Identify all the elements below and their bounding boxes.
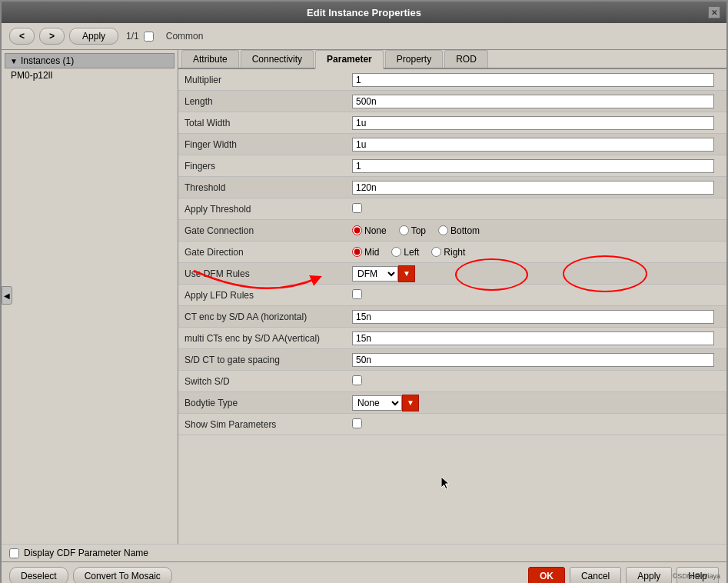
label-finger-width: Finger Width [178,136,347,153]
checkbox-apply-threshold[interactable] [352,203,362,213]
label-gate-connection: Gate Connection [178,222,347,239]
checkbox-show-sim[interactable] [352,418,362,428]
radio-input-bottom[interactable] [438,225,448,235]
tab-rod[interactable]: ROD [444,50,488,68]
row-total-width: Total Width [178,112,726,134]
radio-mid[interactable]: Mid [352,247,379,258]
radio-bottom[interactable]: Bottom [438,225,480,236]
radio-input-none[interactable] [352,225,362,235]
radio-label-none: None [364,225,387,236]
radio-label-mid: Mid [364,247,379,258]
value-multiplier [347,72,726,88]
dropdown-bodytie-wrapper: None ▼ [352,395,722,411]
bottom-bar: Deselect Convert To Mosaic OK Cancel App… [2,561,726,583]
radio-right[interactable]: Right [431,247,465,258]
common-checkbox[interactable] [144,32,154,42]
select-bodytie[interactable]: None [352,395,402,411]
row-apply-lfd: Apply LFD Rules [178,285,726,306]
input-fingers[interactable] [352,159,714,173]
sidebar: ▼ Instances (1) PM0-p12lI ◀ [2,50,178,544]
apply-button[interactable]: Apply [626,567,672,583]
input-finger-width[interactable] [352,138,714,152]
row-apply-threshold: Apply Threshold [178,198,726,220]
input-sd-ct-spacing[interactable] [352,353,714,367]
label-sd-ct-spacing: S/D CT to gate spacing [178,351,347,368]
sidebar-item-label: PM0-p12lI [11,70,53,81]
value-sd-ct-spacing [347,351,726,368]
display-cdf-label: Display CDF Parameter Name [24,548,148,558]
value-ct-enc-horiz [347,308,726,325]
row-dfm-rules: Use DFM Rules DFM ▼ [178,263,726,285]
radio-left[interactable]: Left [391,247,419,258]
apply-top-button[interactable]: Apply [69,28,118,45]
label-show-sim: Show Sim Parameters [178,416,347,433]
input-ct-enc-horiz[interactable] [352,310,714,324]
ok-button[interactable]: OK [528,567,565,583]
row-sd-ct-spacing: S/D CT to gate spacing [178,349,726,371]
value-show-sim [347,417,726,432]
checkbox-apply-lfd[interactable] [352,289,362,299]
prev-button[interactable]: < [9,28,35,45]
radio-label-right: Right [444,247,465,258]
tab-parameter[interactable]: Parameter [315,50,384,69]
select-dfm[interactable]: DFM [352,266,398,282]
label-apply-lfd: Apply LFD Rules [178,287,347,304]
display-cdf-bar: Display CDF Parameter Name [2,544,726,561]
label-total-width: Total Width [178,115,347,132]
row-bodytie-type: Bodytie Type None ▼ [178,392,726,414]
sidebar-header-label: Instances (1) [21,55,74,66]
input-threshold[interactable] [352,181,714,195]
row-show-sim: Show Sim Parameters [178,414,726,435]
value-finger-width [347,136,726,153]
value-threshold [347,179,726,196]
row-length: Length [178,91,726,112]
cancel-button[interactable]: Cancel [570,567,621,583]
radio-input-left[interactable] [391,247,401,257]
main-window: Edit Instance Properties ✕ < > Apply 1/1… [0,0,728,583]
sidebar-item-instance[interactable]: PM0-p12lI [5,68,175,82]
radio-label-left: Left [404,247,419,258]
input-ct-enc-vert[interactable] [352,331,714,345]
form-area: Multiplier Length Total Width [178,69,726,544]
radio-gate-direction: Mid Left Right [347,244,726,261]
dropdown-bodytie-arrow[interactable]: ▼ [402,395,419,411]
tab-attribute[interactable]: Attribute [181,50,239,68]
input-total-width[interactable] [352,116,714,130]
convert-button[interactable]: Convert To Mosaic [73,567,172,583]
expand-icon: ▼ [10,57,18,65]
close-button[interactable]: ✕ [708,6,720,18]
radio-input-right[interactable] [431,247,441,257]
checkbox-switch-sd[interactable] [352,375,362,385]
label-ct-enc-horiz: CT enc by S/D AA (horizontal) [178,308,347,325]
label-fingers: Fingers [178,158,347,175]
main-content: ▼ Instances (1) PM0-p12lI ◀ Attribute Co… [2,50,726,544]
sidebar-header: ▼ Instances (1) [5,53,175,68]
dropdown-dfm-arrow[interactable]: ▼ [398,265,415,282]
deselect-button[interactable]: Deselect [9,567,68,583]
tab-property[interactable]: Property [385,50,443,68]
title-bar: Edit Instance Properties ✕ [2,2,726,23]
next-button[interactable]: > [39,28,65,45]
row-ct-enc-vert: multi CTs enc by S/D AA(vertical) [178,328,726,349]
tab-connectivity[interactable]: Connectivity [241,50,314,68]
toolbar: < > Apply 1/1 Common [2,23,726,50]
row-ct-enc-horiz: CT enc by S/D AA (horizontal) [178,306,726,328]
collapse-arrow[interactable]: ◀ [2,286,12,305]
radio-top[interactable]: Top [399,225,426,236]
label-threshold: Threshold [178,179,347,196]
row-fingers: Fingers [178,155,726,177]
value-ct-enc-vert [347,330,726,347]
row-multiplier: Multiplier [178,69,726,91]
label-length: Length [178,93,347,110]
radio-input-mid[interactable] [352,247,362,257]
value-apply-threshold [347,202,726,217]
value-apply-lfd [347,288,726,303]
input-multiplier[interactable] [352,73,714,87]
radio-input-top[interactable] [399,225,409,235]
radio-none[interactable]: None [352,225,387,236]
dropdown-dfm-wrapper: DFM ▼ [352,265,722,282]
checkbox-display-cdf[interactable] [9,548,19,558]
input-length[interactable] [352,95,714,108]
arrow-icon: ◀ [4,292,10,300]
tabs-and-form: Attribute Connectivity Parameter Propert… [178,50,726,544]
